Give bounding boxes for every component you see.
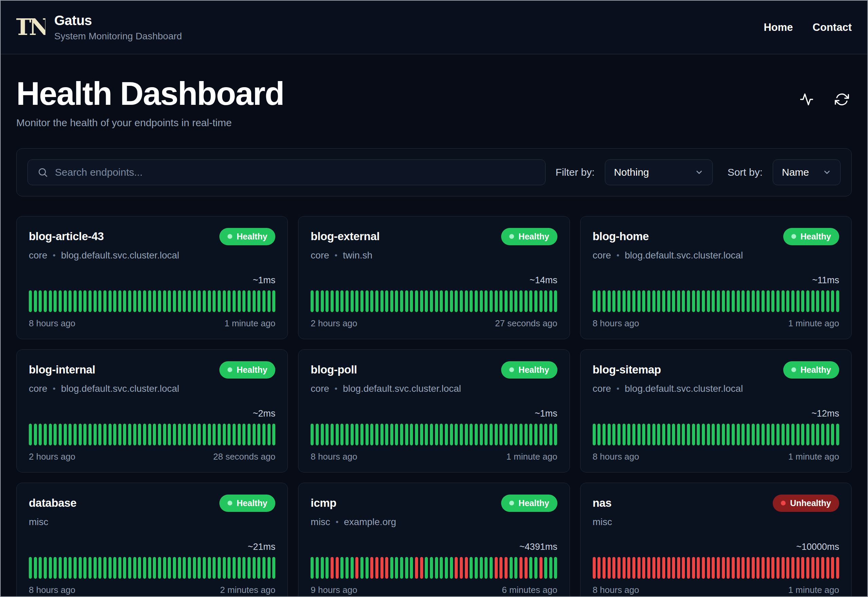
status-bar[interactable] (420, 557, 423, 579)
status-bar[interactable] (272, 557, 276, 579)
status-bar[interactable] (355, 290, 358, 312)
status-bar[interactable] (410, 557, 413, 579)
status-bar[interactable] (213, 290, 216, 312)
status-bar[interactable] (316, 557, 319, 579)
status-bar[interactable] (405, 557, 408, 579)
status-bar[interactable] (632, 557, 635, 579)
status-bar[interactable] (776, 290, 779, 312)
status-bar[interactable] (123, 557, 126, 579)
status-bar[interactable] (450, 557, 453, 579)
status-bar[interactable] (662, 290, 665, 312)
status-bar[interactable] (326, 424, 329, 446)
status-bar[interactable] (183, 557, 186, 579)
status-bar[interactable] (737, 424, 740, 446)
status-bar[interactable] (375, 557, 378, 579)
status-bar[interactable] (642, 424, 645, 446)
status-bar[interactable] (806, 424, 809, 446)
status-bar[interactable] (647, 424, 650, 446)
status-bar[interactable] (395, 557, 398, 579)
status-bar[interactable] (341, 290, 344, 312)
status-bar[interactable] (637, 557, 640, 579)
status-bar[interactable] (158, 424, 161, 446)
status-bar[interactable] (771, 290, 775, 312)
status-bar[interactable] (233, 290, 236, 312)
status-bar[interactable] (83, 424, 86, 446)
status-bar[interactable] (29, 557, 32, 579)
status-bar[interactable] (148, 290, 151, 312)
status-bar[interactable] (544, 557, 547, 579)
status-bar[interactable] (93, 290, 97, 312)
status-bar[interactable] (218, 424, 221, 446)
status-bar[interactable] (341, 557, 344, 579)
status-bar[interactable] (53, 424, 56, 446)
status-bar[interactable] (672, 557, 675, 579)
status-bar[interactable] (223, 424, 226, 446)
status-bar[interactable] (514, 424, 517, 446)
status-bar[interactable] (475, 424, 478, 446)
status-bar[interactable] (470, 424, 473, 446)
status-bar[interactable] (390, 424, 393, 446)
status-bar[interactable] (79, 290, 82, 312)
status-bar[interactable] (652, 557, 655, 579)
status-bar[interactable] (173, 424, 176, 446)
status-bar[interactable] (510, 290, 513, 312)
status-bar[interactable] (470, 557, 473, 579)
status-bar[interactable] (662, 557, 665, 579)
status-bar[interactable] (158, 290, 161, 312)
status-bar[interactable] (539, 557, 542, 579)
status-bar[interactable] (771, 557, 775, 579)
status-bar[interactable] (425, 290, 428, 312)
status-bar[interactable] (360, 424, 363, 446)
status-bar[interactable] (647, 557, 650, 579)
status-bar[interactable] (410, 290, 413, 312)
status-bar[interactable] (627, 424, 630, 446)
status-bar[interactable] (812, 424, 815, 446)
status-bar[interactable] (707, 424, 710, 446)
status-bar[interactable] (163, 424, 166, 446)
status-bar[interactable] (238, 290, 241, 312)
status-bar[interactable] (757, 424, 760, 446)
status-bar[interactable] (607, 424, 611, 446)
status-bar[interactable] (351, 290, 354, 312)
status-bar[interactable] (484, 290, 487, 312)
status-bar[interactable] (480, 424, 483, 446)
status-bar[interactable] (430, 424, 433, 446)
status-bar[interactable] (597, 557, 600, 579)
status-bar[interactable] (505, 557, 508, 579)
status-bar[interactable] (717, 290, 720, 312)
status-bar[interactable] (791, 424, 794, 446)
status-bar[interactable] (262, 424, 265, 446)
status-bar[interactable] (247, 557, 250, 579)
status-bar[interactable] (652, 290, 655, 312)
status-bar[interactable] (198, 557, 201, 579)
status-bar[interactable] (143, 290, 146, 312)
status-bar[interactable] (677, 290, 680, 312)
status-bar[interactable] (797, 424, 800, 446)
status-bar[interactable] (262, 557, 265, 579)
status-bar[interactable] (826, 557, 829, 579)
status-bar[interactable] (39, 424, 42, 446)
status-bar[interactable] (440, 557, 443, 579)
status-bar[interactable] (74, 424, 77, 446)
status-bar[interactable] (752, 424, 755, 446)
status-bar[interactable] (93, 557, 97, 579)
status-bar[interactable] (816, 424, 819, 446)
status-bar[interactable] (89, 290, 92, 312)
status-bar[interactable] (450, 290, 453, 312)
status-bar[interactable] (44, 557, 47, 579)
status-bar[interactable] (108, 557, 111, 579)
status-bar[interactable] (173, 557, 176, 579)
status-bar[interactable] (529, 424, 532, 446)
status-bar[interactable] (460, 557, 463, 579)
status-bar[interactable] (153, 290, 156, 312)
status-bar[interactable] (657, 424, 660, 446)
status-bar[interactable] (682, 557, 685, 579)
status-bar[interactable] (831, 424, 834, 446)
status-bar[interactable] (128, 557, 131, 579)
status-bar[interactable] (697, 557, 700, 579)
status-bar[interactable] (499, 290, 502, 312)
endpoint-card[interactable]: blog-article-43Healthycore•blog.default.… (16, 216, 288, 339)
status-bar[interactable] (395, 424, 398, 446)
status-bar[interactable] (390, 557, 393, 579)
status-bar[interactable] (430, 557, 433, 579)
